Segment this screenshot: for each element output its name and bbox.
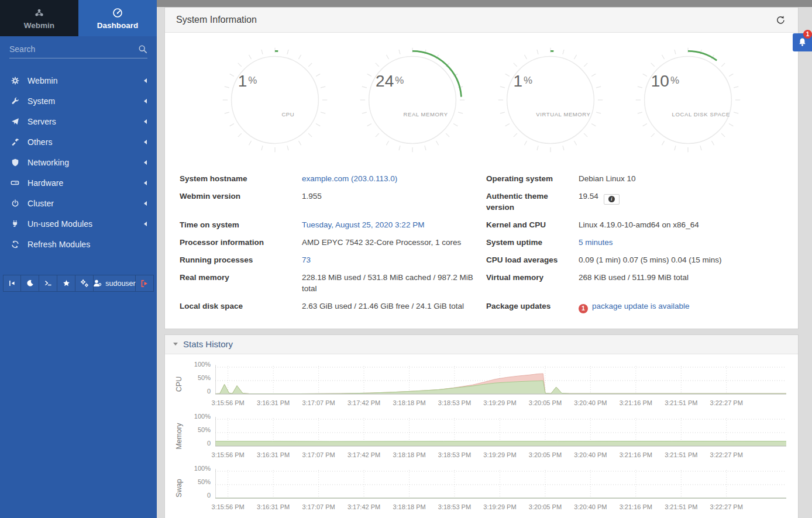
terminal-icon [44,279,52,287]
terminal-button[interactable] [39,275,57,292]
x-tick-label: 3:20:40 PM [574,503,607,510]
hdd-icon [10,178,20,188]
stats-history-header[interactable]: Stats History [165,335,798,354]
system-information-header: System Information [165,8,798,33]
theme-settings-button[interactable] [75,275,94,292]
refresh-button[interactable] [774,13,787,26]
sidebar-item-hardware[interactable]: Hardware [0,172,157,193]
sidebar-item-refresh-modules[interactable]: Refresh Modules [0,234,157,254]
sidebar-item-label: Refresh Modules [27,240,90,249]
sidebar-item-label: Others [27,137,53,147]
sidebar-item-label: Un-used Modules [27,219,92,229]
info-value: Linux 4.19.0-10-amd64 on x86_64 [579,220,699,229]
chart-plot-area: 3:15:56 PM3:16:31 PM3:17:07 PM3:17:42 PM… [215,364,786,408]
top-strip [157,0,812,7]
x-tick-label: 3:16:31 PM [257,399,290,406]
favorites-button[interactable] [57,275,75,292]
sidebar-item-un-used-modules[interactable]: Un-used Modules [0,213,157,234]
gauge-virtual-memory: 1%VIRTUAL MEMORY [496,46,605,154]
x-tick-label: 3:20:40 PM [574,451,607,458]
info-value-link[interactable]: example.com (203.0.113.0) [302,174,397,183]
chevron-left-icon [144,222,147,226]
x-tick-label: 3:17:07 PM [302,451,335,458]
info-value: Debian Linux 10 [579,174,636,183]
notifications-button[interactable]: 1 [793,33,812,51]
x-tick-label: 3:16:31 PM [257,503,290,510]
sidebar-item-servers[interactable]: Servers [0,111,157,132]
info-label: Local disk space [180,301,302,313]
star-icon [63,279,70,287]
sidebar-item-cluster[interactable]: Cluster [0,193,157,213]
x-tick-label: 3:21:51 PM [665,399,697,406]
info-value-link[interactable]: Tuesday, August 25, 2020 3:22 PM [302,220,424,229]
sidebar: WebminDashboard WebminSystemServersOther… [0,0,157,518]
x-tick-label: 3:18:53 PM [438,399,471,406]
info-value-link[interactable]: package update is available [592,302,690,310]
info-value-cell: 2.63 GiB used / 21.46 GiB free / 24.1 Gi… [302,301,486,313]
stats-charts: CPU100%50%03:15:56 PM3:16:31 PM3:17:07 P… [165,354,798,518]
system-info-table: System hostnameexample.com (203.0.113.0)… [165,156,798,329]
tab-label: Dashboard [97,21,139,30]
chevron-left-icon [144,78,147,83]
info-value: 228.18 MiB used / 531.8 MiB cached / 987… [302,273,473,293]
chevron-left-icon [144,201,147,206]
sidebar-item-networking[interactable]: Networking [0,152,157,172]
info-button[interactable]: i [604,194,620,205]
search-input[interactable] [9,44,138,54]
x-tick-label: 3:21:51 PM [665,451,697,458]
info-label: Package updates [486,301,579,313]
info-value-cell: 268 KiB used / 511.99 MiB total [579,272,786,294]
tab-webmin[interactable]: Webmin [0,0,78,36]
wrench-icon [10,96,20,106]
gauge-local-disk-space: 10%LOCAL DISK SPACE [634,46,742,154]
info-label: Kernel and CPU [486,219,579,230]
night-mode-button[interactable] [21,275,39,292]
gear-icon [10,75,20,85]
sidebar-item-label: Networking [27,158,69,167]
chart-y-tick-labels: 100%50%0 [187,416,215,448]
chevron-left-icon [144,160,147,165]
chart-x-axis: 3:15:56 PM3:16:31 PM3:17:07 PM3:17:42 PM… [215,448,786,460]
gauge-ring [221,46,329,154]
gauge-ring [358,46,467,154]
info-value-link[interactable]: 5 minutes [579,238,613,247]
sidebar-item-webmin[interactable]: Webmin [0,70,157,91]
main-content: System Information 1%CPU24%REAL MEMORY1%… [157,0,812,518]
info-value-cell: example.com (203.0.113.0) [302,173,486,184]
chart-plot-area: 3:15:56 PM3:16:31 PM3:17:07 PM3:17:42 PM… [215,468,786,512]
info-value-cell: 1.955 [302,191,486,213]
chart-x-axis: 3:15:56 PM3:16:31 PM3:17:07 PM3:17:42 PM… [215,396,786,408]
sidebar-item-label: System [27,96,55,106]
collapse-sidebar-button[interactable] [3,275,21,292]
sidebar-item-system[interactable]: System [0,91,157,111]
chart-y-axis-title: CPU [171,364,187,408]
page-title: System Information [176,15,257,25]
moon-icon [26,279,34,287]
sidebar-item-label: Webmin [27,76,58,85]
info-value: 1.955 [302,192,322,201]
gauge-label: LOCAL DISK SPACE [660,111,742,118]
x-tick-label: 3:19:29 PM [483,503,516,510]
sidebar-item-others[interactable]: Others [0,132,157,152]
paper-plane-icon [10,116,20,126]
user-account-button[interactable]: sudouser [94,275,136,292]
chart-cpu: CPU100%50%03:15:56 PM3:16:31 PM3:17:07 P… [171,364,786,408]
logout-icon [140,279,149,288]
bell-icon [797,37,807,47]
x-tick-label: 3:19:29 PM [483,399,516,406]
gauge-ring [634,46,742,154]
info-label: System hostname [180,173,302,184]
logout-button[interactable] [136,275,154,292]
info-value-link[interactable]: 73 [302,255,311,264]
chart-swap: Swap100%50%03:15:56 PM3:16:31 PM3:17:07 … [171,468,786,512]
search-icon[interactable] [138,44,147,54]
info-label: System uptime [486,237,579,248]
x-tick-label: 3:20:40 PM [574,399,607,406]
info-label: Virtual memory [486,272,579,294]
x-tick-label: 3:20:05 PM [529,399,562,406]
collapse-caret-icon [173,343,178,346]
tab-dashboard[interactable]: Dashboard [78,0,157,36]
sidebar-item-label: Cluster [27,199,54,208]
gauge-value: 1% [238,72,257,91]
info-value-cell: 1package update is available [579,301,786,313]
